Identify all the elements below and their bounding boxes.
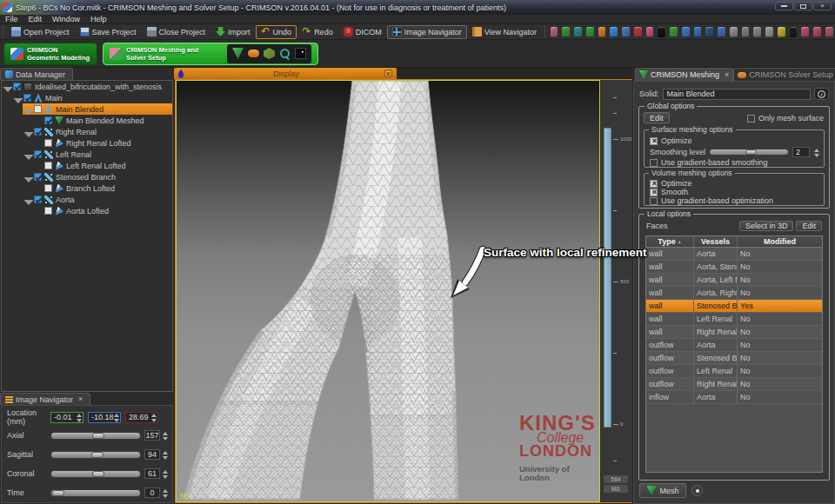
only-mesh-surface-option[interactable]: Only mesh surface	[747, 114, 824, 123]
protractor-icon[interactable]	[646, 27, 654, 37]
view-navigator-button[interactable]: View Navigator	[467, 25, 542, 39]
location-spinner[interactable]	[76, 413, 83, 422]
slider-handle[interactable]	[52, 490, 64, 496]
location-field-2[interactable]: 28.69	[125, 412, 158, 423]
window-value[interactable]: 981	[604, 485, 628, 493]
coronal-slider[interactable]	[50, 470, 141, 478]
table-row[interactable]: outflowRight RenalNo	[646, 378, 822, 391]
visibility-checkbox[interactable]	[34, 150, 42, 158]
location-spinner[interactable]	[113, 413, 120, 422]
tree-item-main-blended-meshed[interactable]: Main Blended Meshed	[2, 115, 172, 126]
time-slider[interactable]	[50, 489, 141, 497]
optimize-checkbox[interactable]	[650, 180, 658, 188]
close-icon[interactable]: ×	[725, 71, 729, 79]
manual-icon[interactable]	[682, 27, 690, 37]
gradient-optimization-checkbox[interactable]	[650, 197, 658, 205]
log-icon[interactable]	[765, 27, 773, 37]
cone-icon[interactable]	[232, 48, 244, 59]
properties-icon[interactable]	[742, 27, 750, 37]
location-field-1[interactable]: -10.18	[88, 412, 121, 423]
visibility-checkbox[interactable]	[44, 116, 52, 124]
column-header-modified[interactable]: Modified	[738, 236, 822, 247]
tree-item-main-blended[interactable]: Main Blended	[2, 103, 172, 115]
open-project-button[interactable]: Open Project	[6, 25, 75, 39]
histogram-icon[interactable]	[622, 27, 630, 37]
help-icon[interactable]	[694, 27, 702, 37]
level-window-bar[interactable]	[604, 128, 611, 428]
perspective-meshing-solver[interactable]: CRIMSON Meshing and Solver Setup	[103, 43, 318, 65]
value-spinner[interactable]	[162, 450, 169, 460]
visibility-checkbox[interactable]	[34, 128, 42, 136]
capsule-icon[interactable]	[248, 50, 259, 57]
table-row[interactable]: outflowStenosed BranchNo	[646, 352, 822, 365]
gradient-smoothing-checkbox[interactable]	[650, 159, 658, 167]
volume-smooth-option[interactable]: Smooth	[650, 188, 688, 196]
smoothing-level-value[interactable]: 2	[792, 147, 810, 157]
visibility-checkbox[interactable]	[44, 207, 52, 215]
visibility-checkbox[interactable]	[34, 196, 42, 203]
table-row[interactable]: wallLeft RenalNo	[646, 313, 822, 326]
minimize-button[interactable]	[775, 2, 793, 10]
tree-item-branch-lofted[interactable]: Branch Lofted	[2, 182, 172, 194]
about-icon[interactable]	[705, 27, 713, 37]
repair-icon[interactable]	[813, 27, 821, 37]
flag-icon[interactable]	[670, 27, 678, 37]
tab-display[interactable]: Display ×	[174, 68, 397, 79]
table-row[interactable]: wallAorta, Right Re...No	[646, 287, 822, 300]
level-window-widget[interactable]: 564 981 10005000	[601, 80, 632, 502]
level-value[interactable]: 564	[604, 475, 628, 483]
close-project-button[interactable]: Close Project	[142, 25, 211, 39]
volume-optimize-option[interactable]: Optimize	[650, 179, 692, 188]
column-header-vessels[interactable]: Vessels	[694, 236, 738, 247]
tree-item-right-renal[interactable]: Right Renal	[2, 126, 172, 137]
undo-button[interactable]: ↶Undo	[256, 25, 297, 39]
only-mesh-surface-checkbox[interactable]	[747, 115, 755, 123]
visibility-checkbox[interactable]	[44, 162, 52, 169]
location-field-0[interactable]: -0.01	[50, 412, 84, 423]
surface-optimize-option[interactable]: Optimize	[650, 136, 692, 145]
bar-chart-icon[interactable]	[610, 27, 618, 37]
screenshot-icon[interactable]	[753, 27, 761, 37]
render-viewport-3d[interactable]: KING'S College LONDON University of Lond…	[176, 80, 600, 502]
visibility-checkbox[interactable]	[34, 173, 42, 181]
table-row[interactable]: wallRight RenalNo	[646, 326, 822, 339]
tree-item-aorta-lofted[interactable]: Aorta Lofted	[2, 205, 172, 216]
tab-crimson-meshing[interactable]: CRIMSON Meshing×	[635, 68, 733, 81]
axial-value[interactable]: 157	[144, 430, 160, 441]
table-row[interactable]: outflowLeft RenalNo	[646, 365, 822, 378]
tree-item-right-renal-lofted[interactable]: Right Renal Lofted	[2, 137, 172, 149]
close-button[interactable]: ×	[813, 2, 832, 10]
tab-image-navigator[interactable]: Image Navigator ×	[0, 393, 90, 405]
time-value[interactable]: 0	[144, 487, 160, 498]
slider-handle[interactable]	[92, 471, 104, 477]
scatter-plot-icon[interactable]	[634, 27, 642, 37]
tab-data-manager[interactable]: Data Manager	[0, 68, 73, 80]
search-icon[interactable]	[279, 48, 291, 59]
python-icon[interactable]	[778, 27, 785, 37]
location-spinner[interactable]	[150, 413, 157, 422]
table-row[interactable]: outflowAortaNo	[646, 339, 822, 352]
tree-item-left-renal-lofted[interactable]: Left Renal Lofted	[2, 160, 172, 171]
panel-icon[interactable]	[295, 48, 306, 59]
faces-edit-button[interactable]: Edit	[796, 221, 822, 231]
visibility-checkbox[interactable]	[34, 105, 42, 113]
close-icon[interactable]: ×	[78, 395, 83, 403]
value-spinner[interactable]	[162, 488, 169, 498]
slider-handle[interactable]	[92, 433, 104, 439]
sagittal-slider[interactable]	[50, 451, 141, 459]
tree-item-aorta[interactable]: Aorta	[2, 194, 172, 205]
mesh-status-button[interactable]	[691, 485, 703, 496]
mesh-button[interactable]: Mesh	[639, 483, 686, 498]
menu-edit[interactable]: Edit	[23, 15, 48, 23]
smoothing-level-spinner[interactable]	[813, 148, 820, 157]
render-window-icon[interactable]	[658, 27, 665, 37]
close-icon[interactable]: ×	[384, 70, 392, 77]
tree-item-left-renal[interactable]: Left Renal	[2, 149, 172, 160]
visibility-checkbox[interactable]	[44, 184, 52, 192]
visibility-checkbox[interactable]	[13, 83, 21, 90]
tree-item-stenosed-branch[interactable]: Stenosed Branch	[2, 171, 172, 182]
cone-icon[interactable]	[586, 27, 594, 37]
tree-item-idealised-bifricutation-with-stenosis[interactable]: Idealised_bifricutation_with_stenosis	[2, 81, 172, 92]
slider-handle[interactable]	[91, 452, 104, 458]
visibility-checkbox[interactable]	[23, 94, 31, 102]
